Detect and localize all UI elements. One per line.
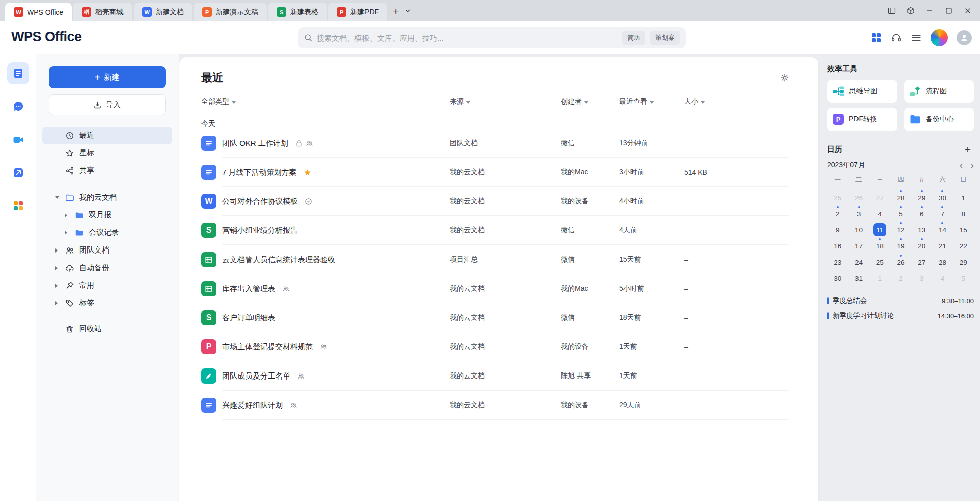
sidebar-item-shared[interactable]: 共享 [42,162,172,179]
caret-right-icon[interactable] [55,266,65,270]
calendar-day[interactable]: 6 [911,206,932,222]
sidebar-item-tags[interactable]: 标签 [42,294,172,312]
tool-button[interactable]: 备份中心 [904,108,974,131]
maximize-button[interactable] [942,4,956,18]
calendar-day[interactable]: 4 [869,206,890,222]
calendar-day[interactable]: 8 [953,206,974,222]
calendar-next-icon[interactable]: › [971,161,974,170]
tab-list-chevron-icon[interactable] [405,8,411,14]
add-event-icon[interactable]: + [962,144,974,155]
calendar-day[interactable]: 23 [827,254,848,270]
calendar-day[interactable]: 13 [911,222,932,238]
caret-right-icon[interactable] [65,213,75,217]
calendar-day[interactable]: 1 [953,190,974,206]
support-headset-icon[interactable] [891,32,902,43]
calendar-day[interactable]: 30 [827,270,848,286]
calendar-day[interactable]: 31 [848,270,870,286]
calendar-day[interactable]: 17 [848,238,870,254]
caret-down-icon[interactable] [55,196,65,199]
tool-button[interactable]: P PDF转换 [827,108,897,131]
search-bar[interactable]: 简历 策划案 [298,27,686,48]
calendar-day[interactable]: 29 [953,254,974,270]
calendar-day[interactable]: 27 [869,190,890,206]
sidebar-item-my-cloud-docs[interactable]: 我的云文档 [42,189,172,206]
file-row[interactable]: 团队成员及分工名单 我的云文档 陈旭 共享 1天前 – [201,361,789,391]
membership-avatar[interactable] [931,29,948,46]
calendar-day[interactable]: 28 [890,190,911,206]
filter-size[interactable]: 大小 [684,97,705,106]
calendar-day[interactable]: 1 [869,270,890,286]
close-button[interactable] [961,4,975,18]
tool-button[interactable]: 思维导图 [827,80,897,103]
filter-source[interactable]: 来源 [450,97,470,106]
rail-docs-home-icon[interactable] [7,62,29,84]
calendar-day[interactable]: 30 [932,190,953,206]
caret-right-icon[interactable] [55,301,65,305]
calendar-day[interactable]: 3 [911,270,932,286]
calendar-day[interactable]: 7 [932,206,953,222]
calendar-day[interactable]: 11 [869,222,890,238]
add-tab-button[interactable]: + [393,6,399,16]
sidebar-item-recent[interactable]: 最近 [42,127,172,144]
calendar-day[interactable]: 15 [953,222,974,238]
search-tag-resume[interactable]: 简历 [622,31,645,45]
calendar-day[interactable]: 14 [932,222,953,238]
sidebar-item-meeting-notes[interactable]: 会议记录 [42,224,172,241]
caret-right-icon[interactable] [55,248,65,253]
calendar-day[interactable]: 9 [827,222,848,238]
rail-messages-icon[interactable] [7,95,29,117]
new-document-button[interactable]: + 新建 [49,66,166,88]
calendar-day[interactable]: 21 [932,238,953,254]
file-row[interactable]: S 客户订单明细表 我的云文档 微信 18天前 – [201,303,789,332]
calendar-day[interactable]: 3 [848,206,870,222]
import-button[interactable]: 导入 [49,94,166,115]
file-row[interactable]: S 营销小组业绩分析报告 我的云文档 微信 4天前 – [201,216,789,245]
calendar-day[interactable]: 28 [932,254,953,270]
app-tab[interactable]: P新建PDF [328,3,387,21]
calendar-day[interactable]: 12 [890,222,911,238]
sidebar-item-trash[interactable]: 回收站 [42,320,172,338]
sidebar-item-auto-backup[interactable]: 自动备份 [42,259,172,277]
caret-right-icon[interactable] [55,284,65,288]
app-tab[interactable]: P新建演示文稿 [194,3,267,21]
file-row[interactable]: 兴趣爱好组队计划 我的云文档 我的设备 29天前 – [201,391,789,420]
file-row[interactable]: 云文档管人员信息统计表理器验收 项目汇总 微信 15天前 – [201,245,789,274]
calendar-prev-icon[interactable]: ‹ [960,161,963,170]
rail-meeting-icon[interactable] [7,129,29,151]
sidebar-item-team-docs[interactable]: 团队文档 [42,241,172,259]
calendar-event[interactable]: 新季度学习计划讨论 14:30–16:00 [827,308,974,323]
calendar-day[interactable]: 20 [911,238,932,254]
apps-grid-icon[interactable] [871,32,882,43]
calendar-day[interactable]: 10 [848,222,870,238]
search-tag-plan[interactable]: 策划案 [650,31,680,45]
sidebar-item-frequent[interactable]: 常用 [42,277,172,294]
sidebar-item-starred[interactable]: 星标 [42,144,172,162]
file-row[interactable]: 库存出入管理表 我的云文档 我的Mac 5小时前 – [201,274,789,303]
caret-right-icon[interactable] [65,231,75,235]
calendar-day[interactable]: 4 [932,270,953,286]
file-row[interactable]: 团队 OKR 工作计划 团队文档 微信 13分钟前 – [201,129,789,158]
tool-button[interactable]: 流程图 [904,80,974,103]
menu-icon[interactable] [911,32,922,43]
user-avatar[interactable] [957,30,972,45]
filter-creator[interactable]: 创建者 [561,97,588,106]
rail-apps-icon[interactable] [7,195,29,217]
calendar-day[interactable]: 19 [890,238,911,254]
file-row[interactable]: 7 月线下活动策划方案 我的云文档 我的Mac 3小时前 514 KB [201,158,789,187]
sidebar-item-bimonthly-report[interactable]: 双月报 [42,206,172,224]
calendar-event[interactable]: 季度总结会 9:30–11:00 [827,293,974,308]
calendar-day[interactable]: 18 [869,238,890,254]
calendar-day[interactable]: 29 [911,190,932,206]
minimize-button[interactable] [923,4,937,18]
calendar-day[interactable]: 24 [848,254,870,270]
filter-last-viewed[interactable]: 最近查看 [619,97,654,106]
filter-all-types[interactable]: 全部类型 [201,97,236,106]
layout-toggle-icon[interactable] [885,4,899,18]
widgets-box-icon[interactable] [904,4,918,18]
app-tab[interactable]: W新建文档 [134,3,192,21]
rail-transfer-icon[interactable] [7,162,29,184]
file-row[interactable]: W 公司对外合作协议模板 我的云文档 我的设备 4小时前 – [201,187,789,216]
calendar-day[interactable]: 26 [848,190,870,206]
app-tab[interactable]: WWPS Office [5,3,72,21]
calendar-day[interactable]: 26 [890,254,911,270]
